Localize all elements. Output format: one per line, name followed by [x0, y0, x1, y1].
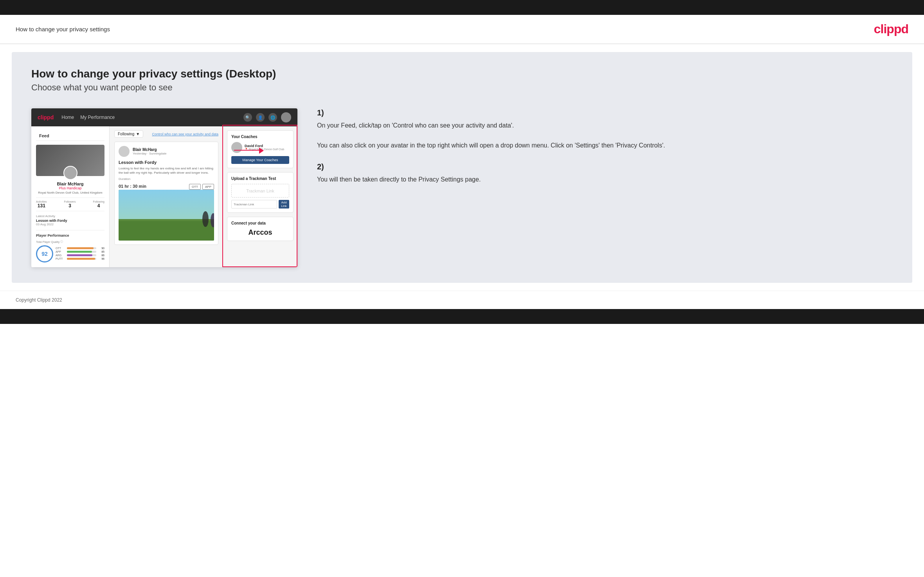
stat-following-value: 4 [93, 203, 104, 209]
quality-row: 92 OTT 90 APP 85 ARG 86 PUT [36, 245, 104, 262]
metric-row: APP 85 [56, 250, 104, 253]
post-author-date: Yesterday · Sunningdale [133, 152, 166, 155]
globe-icon: 🌐 [268, 113, 277, 122]
instruction-1-text: On your Feed, click/tap on 'Control who … [317, 120, 889, 151]
tag-ott: OTT [189, 184, 201, 190]
app-nav-icons: 🔍 👤 🌐 [243, 112, 291, 122]
stat-following-label: Following [93, 200, 104, 203]
metric-bar [67, 247, 94, 249]
profile-banner [36, 145, 104, 176]
footer: Copyright Clippd 2022 [0, 291, 924, 309]
trackman-box: Upload a Trackman Test Trackman Link Add… [227, 172, 294, 213]
coaches-title: Your Coaches [231, 135, 289, 139]
control-link[interactable]: Control who can see your activity and da… [152, 132, 218, 136]
app-screenshot: clippd Home My Performance 🔍 👤 🌐 Feed [31, 108, 297, 267]
metric-bar-bg [67, 247, 96, 249]
search-icon: 🔍 [243, 113, 252, 122]
stat-activities-value: 131 [36, 203, 47, 209]
metric-value: 85 [97, 250, 104, 253]
metric-label: APP [56, 250, 66, 253]
trackman-title: Upload a Trackman Test [231, 176, 289, 181]
post-title: Lesson with Fordy [119, 160, 214, 165]
post-card: Blair McHarg Yesterday · Sunningdale Les… [114, 142, 218, 245]
arrow-head [259, 147, 264, 154]
stat-following: Following 4 [93, 200, 104, 209]
arccos-logo: Arccos [231, 228, 289, 237]
metric-bar-bg [67, 254, 96, 256]
instruction-1-number: 1) [317, 108, 889, 117]
top-bar [0, 0, 924, 15]
metric-label: PUTT [56, 257, 66, 260]
profile-info: Blair McHarg Plus Handicap Royal North D… [36, 182, 104, 194]
stat-activities: Activities 131 [36, 200, 47, 209]
perf-title: Player Performance [36, 234, 104, 237]
app-stats: Activities 131 Followers 3 Following 4 [36, 198, 104, 211]
latest-activity-name: Lesson with Fordy [36, 219, 104, 223]
player-performance: Player Performance Total Player Quality … [36, 230, 104, 262]
profile-avatar [63, 166, 77, 180]
add-link-button[interactable]: Add Link [279, 200, 289, 209]
profile-level: Plus Handicap [36, 186, 104, 190]
header-title: How to change your privacy settings [16, 26, 110, 32]
coach-name: David Ford [245, 144, 284, 148]
instructions-panel: 1) On your Feed, click/tap on 'Control w… [313, 108, 893, 196]
profile-club: Royal North Devon Golf Club, United King… [36, 191, 104, 194]
svg-point-3 [202, 211, 209, 227]
connect-title: Connect your data [231, 221, 289, 225]
logo: clippd [874, 22, 908, 36]
metric-row: ARG 86 [56, 254, 104, 257]
chevron-down-icon: ▼ [136, 132, 140, 136]
nav-avatar [281, 112, 291, 122]
instruction-2-text: You will then be taken directly to the P… [317, 174, 889, 185]
connect-box: Connect your data Arccos [227, 217, 294, 241]
metric-bar [67, 258, 95, 260]
trackman-input-row: Add Link [231, 200, 289, 209]
metric-value: 96 [97, 257, 104, 260]
post-header: Blair McHarg Yesterday · Sunningdale [119, 146, 214, 157]
quality-label: Total Player Quality ⓘ [36, 240, 104, 244]
arrow-line [234, 150, 260, 151]
metric-value: 90 [97, 247, 104, 250]
feed-tab: Feed [36, 131, 104, 141]
metric-bar-bg [67, 258, 96, 260]
following-bar: Following ▼ Control who can see your act… [114, 130, 218, 138]
copyright-text: Copyright Clippd 2022 [16, 297, 62, 303]
post-image [119, 190, 214, 241]
stat-followers-value: 3 [64, 203, 76, 209]
trackman-input[interactable] [231, 200, 277, 209]
demo-layout: clippd Home My Performance 🔍 👤 🌐 Feed [31, 108, 893, 267]
metric-value: 86 [97, 254, 104, 257]
latest-activity-date: 03 Aug 2022 [36, 223, 104, 226]
post-description: Looking to feel like my hands are exitin… [119, 166, 214, 175]
metric-bar [67, 254, 92, 256]
following-button[interactable]: Following ▼ [114, 130, 143, 138]
post-author-info: Blair McHarg Yesterday · Sunningdale [133, 147, 166, 155]
instruction-2: 2) You will then be taken directly to th… [317, 162, 889, 185]
main-content: How to change your privacy settings (Des… [12, 52, 912, 283]
post-duration: 01 hr : 30 min [119, 184, 146, 189]
metric-bar [67, 251, 92, 253]
person-icon: 👤 [256, 113, 265, 122]
trackman-placeholder: Trackman Link [231, 184, 289, 198]
instruction-1: 1) On your Feed, click/tap on 'Control w… [317, 108, 889, 151]
app-feed: Following ▼ Control who can see your act… [110, 126, 223, 267]
post-author-name: Blair McHarg [133, 147, 166, 152]
manage-coaches-button[interactable]: Manage Your Coaches [231, 156, 289, 164]
instruction-2-number: 2) [317, 162, 889, 171]
svg-rect-2 [119, 221, 214, 241]
metric-label: OTT [56, 247, 66, 250]
tag-app: APP [202, 184, 214, 190]
header: How to change your privacy settings clip… [0, 15, 924, 44]
app-sidebar: Feed Blair McHarg Plus Handicap Royal No… [31, 126, 110, 267]
coach-avatar [231, 142, 242, 153]
metric-label: ARG [56, 254, 66, 257]
golf-image-svg [119, 190, 214, 241]
stat-followers-label: Followers [64, 200, 76, 203]
bottom-bar [0, 309, 924, 324]
quality-label-text: Total Player Quality [36, 241, 59, 243]
post-tags: OTT APP [189, 184, 214, 190]
post-avatar [119, 146, 130, 157]
info-icon: ⓘ [60, 240, 63, 244]
nav-link-performance: My Performance [80, 115, 115, 120]
profile-name: Blair McHarg [36, 182, 104, 186]
